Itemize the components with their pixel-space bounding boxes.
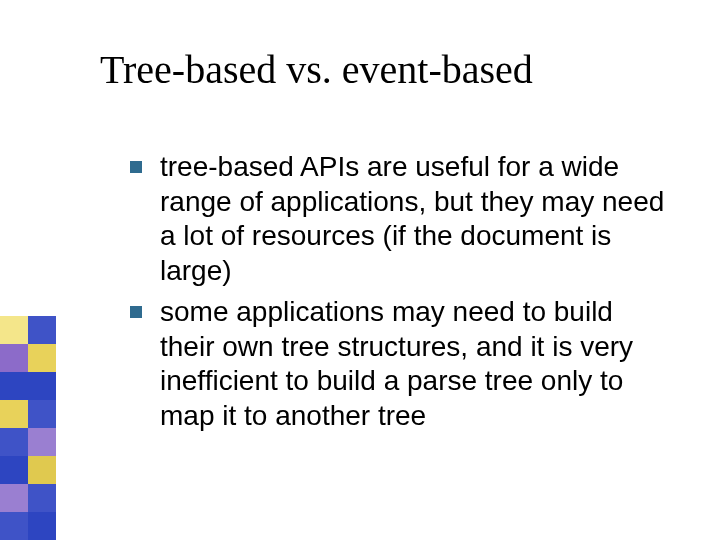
deco-square	[0, 512, 28, 540]
bullet-text: some applications may need to build thei…	[160, 295, 670, 434]
deco-square	[0, 484, 28, 512]
slide: Tree-based vs. event-based tree-based AP…	[0, 0, 720, 540]
deco-square	[28, 372, 56, 400]
square-bullet-icon	[130, 161, 142, 173]
deco-square	[28, 344, 56, 372]
square-bullet-icon	[130, 306, 142, 318]
deco-square	[28, 484, 56, 512]
slide-body: tree-based APIs are useful for a wide ra…	[130, 150, 670, 440]
deco-square	[28, 512, 56, 540]
bullet-text: tree-based APIs are useful for a wide ra…	[160, 150, 670, 289]
deco-square	[28, 428, 56, 456]
deco-square	[28, 316, 56, 344]
deco-square	[0, 400, 28, 428]
deco-square	[28, 400, 56, 428]
deco-square	[0, 372, 28, 400]
decorative-sidebar	[0, 316, 56, 540]
slide-title: Tree-based vs. event-based	[100, 48, 533, 92]
list-item: some applications may need to build thei…	[130, 295, 670, 434]
list-item: tree-based APIs are useful for a wide ra…	[130, 150, 670, 289]
deco-square	[28, 456, 56, 484]
deco-square	[0, 344, 28, 372]
deco-square	[0, 316, 28, 344]
deco-square	[0, 428, 28, 456]
deco-square	[0, 456, 28, 484]
